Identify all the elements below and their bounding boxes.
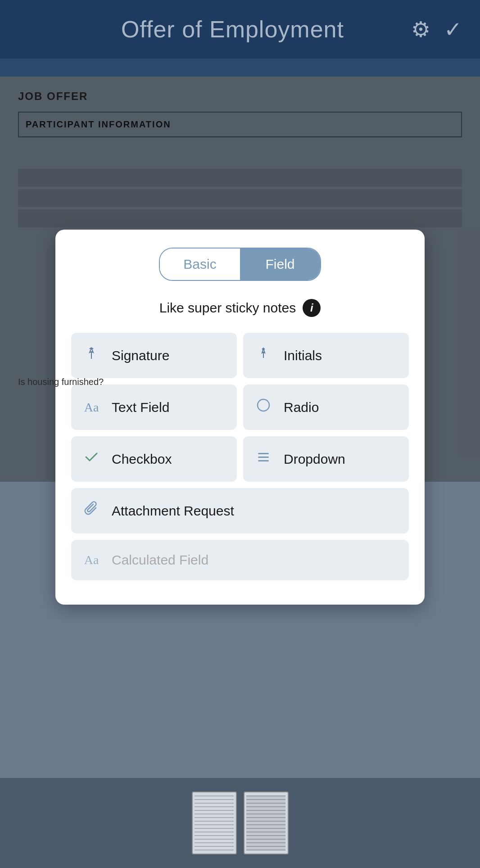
calculated-field-button[interactable]: Aa Calculated Field	[71, 540, 409, 580]
attachment-icon	[80, 501, 103, 521]
initials-label: Initials	[284, 348, 322, 363]
attachment-request-button[interactable]: Attachment Request	[71, 488, 409, 533]
attachment-request-label: Attachment Request	[112, 503, 234, 519]
thumbnail-2-preview	[246, 796, 285, 850]
field-tab[interactable]: Field	[240, 249, 320, 280]
page-title: Offer of Employment	[121, 16, 344, 43]
subtitle-row: Like super sticky notes i	[71, 299, 409, 317]
bottom-thumbnail-bar	[0, 778, 480, 868]
dropdown-icon	[252, 449, 275, 469]
info-icon[interactable]: i	[303, 299, 321, 317]
radio-icon	[252, 397, 275, 417]
text-field-button[interactable]: Aa Text Field	[71, 384, 237, 430]
modal-subtitle: Like super sticky notes	[159, 300, 296, 316]
toggle-container: Basic Field	[71, 248, 409, 281]
initials-icon	[252, 345, 275, 366]
sub-header-bar	[0, 59, 480, 77]
text-field-icon: Aa	[80, 400, 103, 415]
settings-icon[interactable]: ⚙	[411, 17, 430, 42]
confirm-icon[interactable]: ✓	[444, 17, 462, 42]
svg-rect-2	[258, 457, 269, 458]
app-header: Offer of Employment ⚙ ✓	[0, 0, 480, 59]
dropdown-button[interactable]: Dropdown	[243, 436, 409, 482]
calculated-field-label: Calculated Field	[112, 552, 208, 568]
thumbnail-1-preview	[195, 796, 233, 850]
signature-icon	[80, 345, 103, 366]
svg-rect-3	[258, 460, 269, 461]
fields-grid: Signature Initials Aa	[71, 333, 409, 482]
thumbnail-2[interactable]	[244, 791, 289, 854]
header-actions: ⚙ ✓	[411, 17, 462, 42]
modal-overlay: Basic Field Like super sticky notes i	[0, 77, 480, 482]
checkbox-label: Checkbox	[112, 452, 172, 467]
svg-point-0	[258, 399, 269, 411]
initials-button[interactable]: Initials	[243, 333, 409, 378]
mode-toggle: Basic Field	[159, 248, 321, 281]
dropdown-label: Dropdown	[284, 452, 345, 467]
checkbox-icon	[80, 449, 103, 469]
svg-rect-1	[258, 453, 269, 454]
signature-button[interactable]: Signature	[71, 333, 237, 378]
signature-label: Signature	[112, 348, 169, 363]
calculated-field-icon: Aa	[80, 553, 103, 567]
checkbox-button[interactable]: Checkbox	[71, 436, 237, 482]
basic-tab[interactable]: Basic	[160, 249, 240, 280]
text-field-label: Text Field	[112, 400, 169, 415]
field-picker-modal: Basic Field Like super sticky notes i	[55, 230, 425, 605]
radio-label: Radio	[284, 400, 319, 415]
document-area: JOB OFFER PARTICIPANT INFORMATION Basic …	[0, 77, 480, 482]
thumbnail-1[interactable]	[192, 791, 237, 854]
housing-question: Is housing furnished?	[18, 377, 104, 387]
radio-button[interactable]: Radio	[243, 384, 409, 430]
